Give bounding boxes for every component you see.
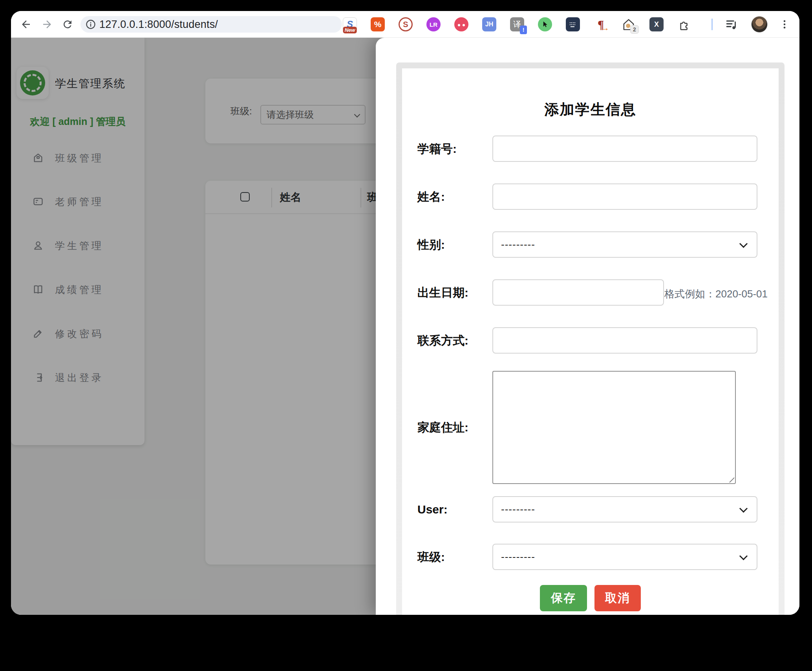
smallpdf-extension-icon[interactable]: S [399,17,413,31]
new-badge: New [343,27,357,33]
address-textarea[interactable] [492,371,736,484]
url-text: 127.0.0.1:8000/students/ [99,18,218,31]
orange-arrow: → [601,23,609,33]
name-input[interactable] [492,183,757,210]
x-extension-icon[interactable]: X [649,17,664,31]
keyboard-extension-icon[interactable] [566,17,580,31]
add-student-form: 添加学生信息 学籍号: 姓名: 性别: --------- [402,68,779,615]
browser-window: 127.0.0.1:8000/students/ S New % S LR [11,11,799,615]
browser-toolbar: 127.0.0.1:8000/students/ S New % S LR [11,11,799,38]
profile-avatar[interactable] [751,16,768,33]
student-id-input[interactable] [492,136,757,162]
class-select[interactable]: --------- [492,544,757,570]
cursor-extension-icon[interactable] [538,17,552,31]
site-info-icon[interactable] [84,17,98,31]
birthdate-input[interactable] [492,279,664,306]
chevron-down-icon [739,552,748,560]
similarweb-extension-icon[interactable]: S New [343,17,357,31]
forward-button[interactable] [40,17,54,31]
toolbar-divider [711,18,713,30]
save-button[interactable]: 保存 [540,585,587,611]
chevron-down-icon [739,504,748,513]
resize-grip[interactable] [728,477,734,482]
date-format-hint: 格式例如：2020-05-01 [664,279,768,308]
contact-input[interactable] [492,327,757,354]
chevron-down-icon [739,240,748,248]
birthdate-row: 出生日期: 格式例如：2020-05-01 [402,279,779,306]
user-row: User: --------- [402,496,779,522]
back-button[interactable] [19,17,33,31]
house-extension-icon[interactable]: 2 [622,17,636,31]
paragraph-extension-icon[interactable]: ¶ → [594,17,608,31]
cancel-button[interactable]: 取消 [594,585,641,611]
media-controls-icon[interactable] [725,17,739,31]
gender-row: 性别: --------- [402,231,779,258]
translator-extension-icon[interactable]: 译 ! [510,17,524,31]
student-id-row: 学籍号: [402,136,779,162]
extensions-row: S New % S LR JH 译 ! [343,11,691,38]
count-badge: 2 [630,25,639,34]
modal-buttons: 保存 取消 [402,585,779,611]
cat-extension-icon[interactable] [454,17,468,31]
add-student-modal: 添加学生信息 学籍号: 姓名: 性别: --------- [376,38,799,615]
extensions-puzzle-icon[interactable] [677,17,691,31]
address-row: 家庭住址: [402,371,779,484]
address-bar[interactable]: 127.0.0.1:8000/students/ [80,16,342,33]
kebab-menu-icon[interactable] [777,17,792,31]
contact-row: 联系方式: [402,327,779,354]
jh-extension-icon[interactable]: JH [482,17,496,31]
page-viewport: 学生管理系统 欢迎 [ admin ] 管理员 班级管理 老师管理 学生管理 成… [11,38,799,615]
form-frame: 添加学生信息 学籍号: 姓名: 性别: --------- [396,62,785,615]
reload-button[interactable] [60,17,75,31]
alert-badge: ! [520,26,527,34]
user-select[interactable]: --------- [492,496,757,522]
modal-title: 添加学生信息 [402,100,779,119]
class-row: 班级: --------- [402,544,779,570]
lr-extension-icon[interactable]: LR [426,17,441,31]
gender-select[interactable]: --------- [492,231,757,258]
name-row: 姓名: [402,183,779,210]
code-percent-extension-icon[interactable]: % [371,17,385,31]
